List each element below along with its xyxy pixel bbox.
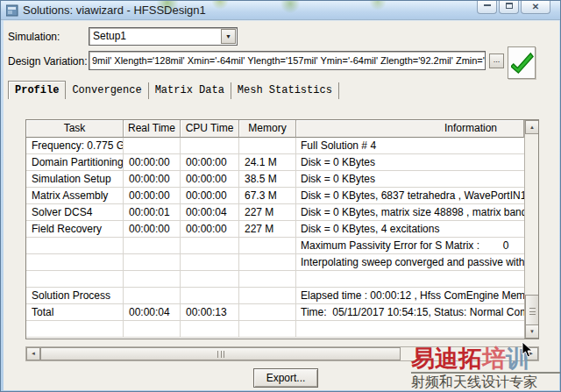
column-header-task[interactable]: Task	[26, 120, 124, 138]
table-cell: 00:00:04	[181, 204, 239, 221]
column-header-memory[interactable]: Memory	[239, 120, 296, 138]
table-cell: Disk = 0 KBytes	[296, 154, 524, 171]
simulation-dropdown[interactable]: Setup1 ▼	[89, 27, 238, 46]
table-row[interactable]: Solution ProcessElapsed time : 00:00:12 …	[26, 288, 524, 304]
table-cell: Simulation Setup	[26, 171, 124, 188]
table-cell	[296, 271, 524, 288]
table-cell: 00:00:01	[124, 204, 181, 221]
table-cell	[296, 321, 524, 338]
export-button[interactable]: Export...	[253, 368, 318, 388]
column-header-cpu-time[interactable]: CPU Time	[181, 120, 239, 138]
table-cell: Matrix Assembly	[26, 188, 124, 204]
tab-strip: Profile Convergence Matrix Data Mesh Sta…	[8, 82, 339, 99]
table-cell: 24.1 M	[239, 154, 296, 171]
table-cell: 00:00:00	[124, 188, 181, 204]
table-header-row: Task Real Time CPU Time Memory Informati…	[26, 120, 524, 138]
column-header-information[interactable]: Information	[296, 120, 524, 138]
table-cell: Total	[26, 304, 124, 321]
table-cell: 227 M	[239, 221, 296, 238]
table-row[interactable]: Matrix Assembly00:00:0000:00:0067.3 MDis…	[26, 188, 524, 204]
scroll-left-icon[interactable]: ◄	[26, 347, 40, 360]
maximize-button[interactable]	[499, 1, 519, 14]
vertical-scroll-thumb[interactable]	[525, 295, 539, 327]
table-row[interactable]: Frequency: 0.775 GHzFull Solution # 4	[26, 138, 524, 154]
close-button[interactable]: ✕	[521, 1, 550, 14]
mouse-cursor-icon	[522, 341, 533, 358]
table-cell	[124, 288, 181, 304]
table-cell: Disk = 0 KBytes, 4 excitations	[296, 221, 524, 238]
minimize-icon	[484, 4, 491, 6]
title-bar[interactable]: Solutions: viawizard - HFSSDesign1 ✕	[1, 1, 561, 20]
tab-mesh-statistics[interactable]: Mesh Statistics	[231, 82, 339, 99]
table-cell: Interpolating sweep converged and passiv…	[296, 254, 524, 271]
table-cell: Frequency: 0.775 GHz	[26, 138, 124, 154]
minimize-button[interactable]	[477, 1, 497, 14]
table-cell	[181, 254, 239, 271]
table-cell	[181, 138, 239, 154]
table-row[interactable]: Solver DCS400:00:0100:00:04227 MDisk = 0…	[26, 204, 524, 221]
table-row[interactable]: Interpolating sweep converged and passiv…	[26, 254, 524, 271]
table-cell	[124, 321, 181, 338]
table-cell	[239, 138, 296, 154]
scroll-down-icon[interactable]: ▼	[525, 324, 539, 339]
tab-convergence[interactable]: Convergence	[66, 82, 148, 99]
table-row[interactable]: Total00:00:0400:00:13Time: 05/11/2017 10…	[26, 304, 524, 321]
table-row[interactable]: Domain Partitioning00:00:0000:00:0024.1 …	[26, 154, 524, 171]
table-cell: Solver DCS4	[26, 204, 124, 221]
table-cell: Field Recovery	[26, 221, 124, 238]
solutions-dialog: Solutions: viawizard - HFSSDesign1 ✕ Sim…	[0, 0, 561, 392]
window-title: Solutions: viawizard - HFSSDesign1	[23, 4, 206, 17]
simulation-dropdown-value: Setup1	[93, 30, 126, 42]
dropdown-arrow-icon[interactable]: ▼	[221, 29, 236, 44]
tab-profile[interactable]: Profile	[8, 81, 66, 99]
apply-check-button[interactable]	[508, 46, 536, 79]
table-cell	[124, 138, 181, 154]
scroll-grip-icon	[217, 351, 224, 358]
table-cell: Full Solution # 4	[296, 138, 524, 154]
table-cell	[239, 304, 296, 321]
table-cell	[239, 254, 296, 271]
table-cell: 00:00:00	[124, 221, 181, 238]
table-cell: 00:00:00	[181, 221, 239, 238]
table-cell: Maximum Passivity Error for S Matrix : 0	[296, 238, 524, 254]
horizontal-scrollbar[interactable]: ◄ ►	[25, 346, 539, 361]
vertical-scrollbar[interactable]: ▲ ▼	[524, 120, 538, 339]
table-row[interactable]	[26, 321, 524, 338]
table-cell: Elapsed time : 00:00:12 , Hfss ComEngine…	[296, 288, 524, 304]
table-cell	[26, 321, 124, 338]
maximize-icon	[506, 3, 513, 9]
design-variation-label: Design Variation:	[8, 55, 88, 68]
simulation-label: Simulation:	[8, 31, 60, 43]
table-cell: 00:00:00	[124, 171, 181, 188]
table-cell	[239, 321, 296, 338]
table-cell	[239, 288, 296, 304]
table-cell: 38.5 M	[239, 171, 296, 188]
table-cell	[26, 254, 124, 271]
table-cell: 00:00:00	[181, 154, 239, 171]
table-row[interactable]	[26, 271, 524, 288]
browse-button[interactable]: ...	[489, 53, 504, 68]
table-cell: 00:00:00	[181, 171, 239, 188]
table-cell: 00:00:13	[181, 304, 239, 321]
table-cell	[124, 254, 181, 271]
profile-table: Task Real Time CPU Time Memory Informati…	[25, 119, 539, 339]
table-cell: 00:00:04	[124, 304, 181, 321]
column-header-real-time[interactable]: Real Time	[124, 120, 181, 138]
table-cell	[239, 271, 296, 288]
design-variation-field[interactable]: 9mil' Xlength='128mil' Xmin='-64mil' Yle…	[89, 51, 486, 70]
tab-matrix-data[interactable]: Matrix Data	[149, 82, 231, 99]
table-row[interactable]: Field Recovery00:00:0000:00:00227 MDisk …	[26, 221, 524, 238]
table-cell	[26, 238, 124, 254]
scroll-grip-icon	[529, 308, 536, 315]
table-cell	[181, 321, 239, 338]
table-cell: Domain Partitioning	[26, 154, 124, 171]
scroll-up-icon[interactable]: ▲	[525, 120, 539, 134]
table-row[interactable]: Simulation Setup00:00:0000:00:0038.5 MDi…	[26, 171, 524, 188]
green-checkmark-icon	[511, 52, 534, 75]
table-cell	[239, 238, 296, 254]
horizontal-scroll-thumb[interactable]	[40, 347, 401, 360]
table-cell	[124, 271, 181, 288]
table-cell: Time: 05/11/2017 10:54:15, Status: Norma…	[296, 304, 524, 321]
close-icon: ✕	[532, 2, 539, 11]
table-row[interactable]: Maximum Passivity Error for S Matrix : 0	[26, 238, 524, 254]
